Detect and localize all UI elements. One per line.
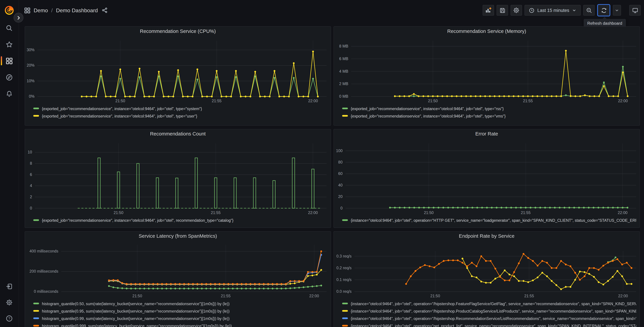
breadcrumb-dashboard[interactable]: Demo Dashboard <box>56 7 98 14</box>
refresh-dashboard-button[interactable] <box>598 5 610 16</box>
legend-item[interactable]: {exported_job="recommendationservice", i… <box>342 105 636 112</box>
legend-swatch <box>342 310 348 312</box>
legend-swatch <box>33 310 39 312</box>
dashboard-settings-button[interactable] <box>511 5 522 16</box>
legend-item[interactable]: histogram_quantile(0.50, sum(rate(latenc… <box>33 300 327 307</box>
panel-recommendation-memory: Recommendation Service (Memory) 0 MB2 MB… <box>334 26 640 126</box>
sidebar-item-search[interactable] <box>0 25 18 31</box>
legend-item[interactable]: histogram_quantile(0.95, sum(rate(latenc… <box>33 307 327 314</box>
legend-item[interactable]: {instance="otelcol:9464", job="otel", op… <box>342 314 636 322</box>
add-panel-button[interactable] <box>483 5 494 16</box>
legend-swatch <box>33 325 39 326</box>
panel-title[interactable]: Endpoint Rate by Service <box>334 232 640 241</box>
breadcrumb-folder[interactable]: Demo <box>34 7 48 14</box>
legend-item[interactable]: histogram_quantile(0.99, sum(rate(latenc… <box>33 314 327 322</box>
sidebar-item-alerting[interactable] <box>0 90 18 97</box>
svg-text:0%: 0% <box>29 94 34 98</box>
sidebar-expand-button[interactable] <box>14 13 24 23</box>
legend-swatch <box>33 303 39 304</box>
apps-grid-icon[interactable] <box>24 7 30 14</box>
refresh-interval-dropdown[interactable] <box>613 5 621 16</box>
svg-text:21:55: 21:55 <box>211 210 220 215</box>
sidebar-item-configuration[interactable] <box>0 299 18 306</box>
svg-text:?: ? <box>8 316 10 320</box>
svg-text:400 milliseconds: 400 milliseconds <box>30 249 58 253</box>
legend-item[interactable]: {exported_job="recommendationservice", i… <box>33 216 327 224</box>
svg-text:0: 0 <box>340 206 342 210</box>
svg-text:22:00: 22:00 <box>618 99 628 103</box>
legend-item[interactable]: histogram_quantile(0.999, sum(rate(laten… <box>33 322 327 327</box>
svg-text:6: 6 <box>30 172 32 177</box>
grafana-dashboard: ? Demo / Demo Dashboard <box>0 0 644 327</box>
memory-chart-canvas[interactable]: 0 MB2 MB4 MB6 MB8 MB21:5021:5522:00 <box>334 36 640 105</box>
panel-title[interactable]: Recommendation Service (Memory) <box>334 27 640 36</box>
svg-text:21:50: 21:50 <box>114 210 124 215</box>
legend-swatch <box>342 108 348 109</box>
legend-item[interactable]: {instance="otelcol:9464", job="otel", op… <box>342 307 636 314</box>
svg-text:21:50: 21:50 <box>132 294 142 298</box>
zoom-out-button[interactable] <box>583 5 595 16</box>
error-rate-chart-legend: {instance="otelcol:9464", job="otel", op… <box>334 216 640 224</box>
cpu-chart-canvas[interactable]: 0%10%20%30%21:5021:5522:00 <box>25 36 330 105</box>
sidebar-item-starred[interactable] <box>0 41 18 48</box>
sidebar-item-dashboards[interactable] <box>0 58 18 64</box>
panel-title[interactable]: Recommendation Service (CPU%) <box>25 27 330 36</box>
panel-title[interactable]: Error Rate <box>334 130 640 138</box>
legend-item[interactable]: {instance="otelcol:9464", job="otel", op… <box>342 322 636 327</box>
svg-text:4: 4 <box>30 184 32 188</box>
panel-error-rate: Error Rate 02040608010021:5021:5522:00 {… <box>334 129 640 228</box>
svg-text:8 MB: 8 MB <box>339 44 348 48</box>
legend-label: {instance="otelcol:9464", job="otel", op… <box>351 316 636 320</box>
legend-swatch <box>342 325 348 326</box>
svg-text:2: 2 <box>30 195 32 199</box>
svg-text:0.2 req/s: 0.2 req/s <box>336 266 352 270</box>
grafana-logo-icon[interactable] <box>4 4 15 16</box>
svg-text:80: 80 <box>338 160 342 164</box>
panel-recommendation-cpu: Recommendation Service (CPU%) 0%10%20%30… <box>25 26 331 126</box>
svg-text:21:50: 21:50 <box>430 294 440 298</box>
refresh-button-focus-ring <box>597 4 610 16</box>
legend-swatch <box>33 219 39 221</box>
svg-text:0: 0 <box>30 206 32 210</box>
sidebar-item-sign-in[interactable] <box>0 283 18 290</box>
legend-swatch <box>33 108 39 109</box>
endpoint-rate-chart-canvas[interactable]: 0.0 req/s0.1 req/s0.2 req/s0.3 req/s21:5… <box>334 241 640 300</box>
svg-text:8: 8 <box>30 161 32 166</box>
legend-label: {instance="otelcol:9464", job="otel", op… <box>351 324 636 327</box>
legend-swatch <box>342 219 348 221</box>
sidebar-item-explore[interactable] <box>0 74 18 80</box>
svg-text:21:55: 21:55 <box>212 99 222 103</box>
svg-text:10%: 10% <box>27 79 34 83</box>
legend-label: histogram_quantile(0.99, sum(rate(latenc… <box>42 316 230 320</box>
count-chart-canvas[interactable]: 024681021:5021:5522:00 <box>25 138 330 216</box>
legend-item[interactable]: {exported_job="recommendationservice", i… <box>342 112 636 120</box>
kiosk-mode-button[interactable] <box>629 5 641 16</box>
panel-recommendations-count: Recommendations Count 024681021:5021:552… <box>25 129 331 228</box>
toolbar: Last 15 minutes <box>483 4 641 16</box>
svg-text:0.3 req/s: 0.3 req/s <box>336 254 352 258</box>
svg-text:0.1 req/s: 0.1 req/s <box>336 278 352 282</box>
save-dashboard-button[interactable] <box>497 5 508 16</box>
legend-item[interactable]: {instance="otelcol:9464", job="otel", op… <box>342 216 636 224</box>
latency-chart-canvas[interactable]: 0 milliseconds200 milliseconds400 millis… <box>25 241 330 300</box>
legend-item[interactable]: {exported_job="recommendationservice", i… <box>33 105 327 112</box>
svg-text:22:00: 22:00 <box>618 294 628 298</box>
breadcrumb: Demo / Demo Dashboard <box>24 7 108 14</box>
legend-item[interactable]: {exported_job="recommendationservice", i… <box>33 112 327 120</box>
panel-title[interactable]: Recommendations Count <box>25 130 330 138</box>
svg-text:0 MB: 0 MB <box>339 94 348 98</box>
top-navigation: Demo / Demo Dashboard Last 15 minutes <box>18 0 644 20</box>
time-range-picker[interactable]: Last 15 minutes <box>525 5 581 16</box>
legend-item[interactable]: {instance="otelcol:9464", job="otel", op… <box>342 300 636 307</box>
error-rate-chart-canvas[interactable]: 02040608010021:5021:5522:00 <box>334 138 640 216</box>
panel-title[interactable]: Service Latency (from SpanMetrics) <box>25 232 330 241</box>
svg-text:100: 100 <box>336 148 343 153</box>
legend-swatch <box>342 115 348 117</box>
sidebar-item-help[interactable]: ? <box>0 315 18 322</box>
share-icon[interactable] <box>102 8 108 13</box>
legend-label: {exported_job="recommendationservice", i… <box>351 114 506 118</box>
legend-label: {exported_job="recommendationservice", i… <box>42 218 234 222</box>
svg-text:30%: 30% <box>27 48 34 52</box>
panel-service-latency: Service Latency (from SpanMetrics) 0 mil… <box>25 231 331 327</box>
legend-label: {exported_job="recommendationservice", i… <box>42 114 197 118</box>
